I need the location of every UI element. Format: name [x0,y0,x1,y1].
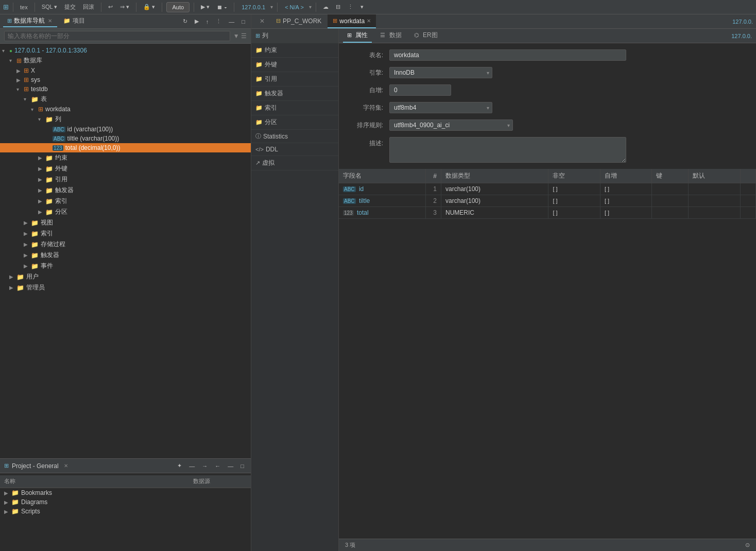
tree-item-refs[interactable]: ▶ 📁 引用 [0,174,251,185]
toolbar-btn-stop[interactable]: ⏹ ▾ [214,3,230,11]
server-arrow: ▾ [2,48,7,54]
row-id-label: id [359,185,364,193]
server-status-icon: ● [9,48,12,54]
tree-col-id[interactable]: ▶ ABC id (varchar(100)) [0,125,251,134]
col-header-key: 键 [652,169,689,183]
desc-textarea[interactable] [389,137,626,163]
props-tree-partitions[interactable]: 📁 分区 [251,115,338,130]
workdata-tab-close[interactable]: ✕ [367,18,371,24]
props-main: ⊞ 属性 ☰ 数据 ⌬ ER图 127.0.0. [339,29,756,551]
menu-left-btn[interactable]: ⋮ [213,17,224,26]
proj-minus-btn[interactable]: — [186,461,197,470]
tree-item-admins[interactable]: ▶ 📁 管理员 [0,282,251,293]
tree-item-views[interactable]: ▶ 📁 视图 [0,217,251,228]
toolbar-btn-commit[interactable]: 提交 [62,2,78,12]
collation-select[interactable]: utf8mb4_0900_ai_ci [389,119,513,131]
project-icon: ⊞ [4,462,9,469]
tab-pp-c-work[interactable]: ⊟ PP_C_WORK [271,14,327,28]
tab-project-left[interactable]: 📁 项目 [59,15,89,27]
row-total-name: 123 total [339,207,426,219]
tree-item-workdata[interactable]: ▾ ⊞ workdata [0,105,251,114]
toolbar-btn-icons1[interactable]: ↩ [106,3,115,11]
toolbar-btn-layers[interactable]: ⊟ [333,3,343,11]
tab-workdata[interactable]: ⊞ workdata ✕ [328,14,376,28]
filter-icon[interactable]: ▼ ☰ [233,32,247,40]
props-tree-statistics[interactable]: ⓘ Statistics [251,130,338,143]
toolbar-menu-tex[interactable]: tex [18,3,30,11]
form-row-tablename: 表名: [347,49,748,61]
props-tree-ddl[interactable]: </> DDL [251,143,338,156]
tree-item-triggers-top[interactable]: ▶ 📁 触发器 [0,250,251,261]
subtab-props[interactable]: ⊞ 属性 [343,29,372,43]
tree-col-tiltle[interactable]: ▶ ABC tiltle (varchar(100)) [0,134,251,143]
tree-item-testdb[interactable]: ▾ ⊞ testdb [0,84,251,94]
tablename-input[interactable] [389,49,626,61]
tree-item-events[interactable]: ▶ 📁 事件 [0,261,251,271]
tree-item-partitions[interactable]: ▶ 📁 分区 [0,206,251,217]
props-tree-fkeys[interactable]: 📁 外键 [251,58,338,72]
db-nav-close[interactable]: ✕ [47,18,53,24]
charset-select[interactable]: utf8mb4 utf8 [389,102,492,113]
search-input[interactable] [4,31,230,41]
props-tree-refs[interactable]: 📁 引用 [251,72,338,87]
subtab-er[interactable]: ⌬ ER图 [410,29,442,43]
project-item-scripts[interactable]: ▶ 📁 Scripts [0,507,251,516]
toolbar-btn-play[interactable]: ▶ ▾ [198,3,212,11]
filter-left-btn[interactable]: ▶ [192,17,201,26]
max-left-btn[interactable]: □ [239,17,248,26]
row-id-extra [741,183,756,195]
tab-db-navigator[interactable]: ⊞ 数据库导航 ✕ [3,15,57,27]
proj-right-btn[interactable]: → [199,461,210,470]
table-row[interactable]: 123 total 3 NUMERIC [ ] [ ] [339,207,756,219]
tree-item-procs[interactable]: ▶ 📁 存储过程 [0,239,251,250]
auto-button[interactable]: Auto [166,2,190,12]
toolbar-btn-rollback[interactable]: 回滚 [80,2,97,12]
proj-min-btn[interactable]: — [225,461,236,470]
props-tree-indexes[interactable]: 📁 索引 [251,101,338,115]
props-tree-virtual[interactable]: ↗ 虚拟 [251,156,338,170]
project-item-bookmarks[interactable]: ▶ 📁 Bookmarks [0,488,251,497]
tree-item-indexes[interactable]: ▶ 📁 索引 [0,196,251,206]
tree-col-total[interactable]: ▶ 123 total (decimal(10,0)) [0,143,251,152]
tree-item-triggers2[interactable]: ▶ 📁 触发器 [0,185,251,196]
table-row[interactable]: ABC id 1 varchar(100) [ ] [ ] [339,183,756,195]
tab-close-btn[interactable]: ✕ [254,14,270,28]
tree-item-constraints[interactable]: ▶ 📁 约束 [0,152,251,163]
props-tree-columns[interactable]: ⊞ 列 [251,29,338,43]
toolbar-btn-lock[interactable]: 🔒 ▾ [141,3,158,11]
subtab-data[interactable]: ☰ 数据 [376,29,405,43]
tree-item-fkeys[interactable]: ▶ 📁 外键 [0,163,251,174]
tree-item-columns[interactable]: ▾ 📁 列 [0,114,251,125]
project-close[interactable]: ✕ [64,463,68,469]
pp-c-work-icon: ⊟ [276,18,281,24]
proj-max-btn[interactable]: □ [238,461,247,470]
table-row[interactable]: ABC tiltle 2 varchar(100) [ ] [ ] [339,195,756,207]
props-tree-constraints[interactable]: 📁 约束 [251,43,338,58]
toolbar-btn-cog[interactable]: ▾ [358,3,366,11]
tree-item-tables[interactable]: ▾ 📁 表 [0,94,251,105]
proj-left-btn[interactable]: ← [212,461,223,470]
toolbar-btn-icons2[interactable]: ⇒ ▾ [117,3,132,11]
columns-table: 字段名 # 数据类型 非空 自增 键 默认 [339,169,756,219]
tree-server[interactable]: ▾ ● 127.0.0.1 - 127.0.0.1:3306 [0,46,251,55]
tree-item-sys[interactable]: ▶ ⊞ sys [0,75,251,84]
tree-item-sequences[interactable]: ▶ 📁 索引 [0,228,251,239]
proj-add-btn[interactable]: ✦ [175,461,184,470]
row-tiltle-name: ABC tiltle [339,195,426,207]
db-icon: ⊞ [16,57,22,64]
engine-label: 引擎: [347,68,383,77]
toolbar-btn-more[interactable]: ⋮ [345,3,356,11]
engine-select[interactable]: InnoDB MyISAM [389,67,492,78]
tree-item-users[interactable]: ▶ 📁 用户 [0,271,251,282]
autoinc-input[interactable] [389,84,451,96]
tree-item-x[interactable]: ▶ ⊞ X [0,66,251,75]
props-tree-triggers[interactable]: 📁 触发器 [251,87,338,101]
min-left-btn[interactable]: — [226,17,237,26]
tree-databases[interactable]: ▾ ⊞ 数据库 [0,55,251,66]
toolbar-btn-cloud[interactable]: ☁ [320,3,331,11]
refresh-left-btn[interactable]: ↻ [180,17,190,26]
project-item-diagrams[interactable]: ▶ 📁 Diagrams [0,497,251,507]
up-left-btn[interactable]: ↑ [203,17,212,26]
tables-arrow: ▾ [24,96,29,102]
toolbar-btn-sql[interactable]: SQL ▾ [39,3,60,11]
